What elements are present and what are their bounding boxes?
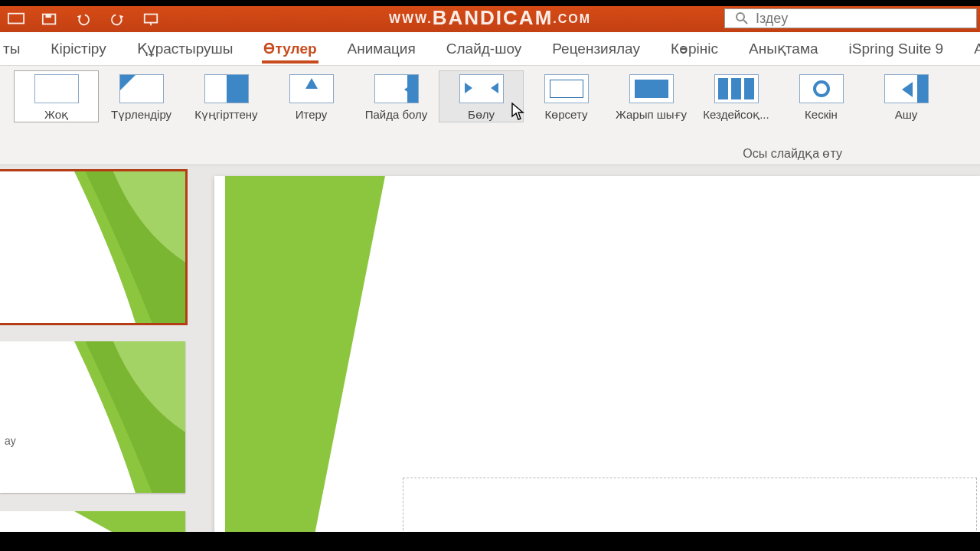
transition-uncover-icon	[884, 74, 929, 103]
mouse-cursor-icon	[511, 103, 525, 121]
start-slideshow-icon[interactable]	[142, 12, 159, 26]
gallery-group-label-text: Осы слайдқа өту	[743, 146, 842, 161]
tab-transitions[interactable]: Өтулер	[248, 40, 332, 65]
transition-shape-icon	[799, 74, 844, 103]
slide-thumb-3-partial[interactable]	[0, 511, 185, 532]
svg-point-5	[737, 13, 744, 21]
svg-rect-2	[46, 15, 51, 18]
undo-icon[interactable]	[75, 12, 92, 26]
tab-animation[interactable]: Анимация	[332, 41, 431, 65]
transition-label: Итеру	[270, 108, 353, 121]
transitions-gallery: Жоқ Түрлендіру Күңгірттену Итеру Пайда б…	[0, 66, 980, 142]
green-swoosh-icon	[74, 341, 185, 493]
transition-cut-icon	[629, 74, 674, 103]
redo-icon[interactable]	[109, 12, 126, 26]
search-box[interactable]: Іздеу	[724, 8, 977, 28]
transition-fade[interactable]: Күңгірттену	[184, 70, 269, 122]
tab-review[interactable]: Рецензиялау	[537, 41, 655, 65]
transition-label: Бөлу	[439, 108, 523, 122]
tab-home-partial[interactable]: ты	[0, 41, 35, 65]
svg-rect-0	[8, 14, 24, 24]
transition-label: Күңгірттену	[185, 108, 268, 122]
transition-label: Кескін	[779, 108, 863, 121]
transition-label: Ашу	[864, 108, 948, 121]
tab-help[interactable]: Анықтама	[733, 40, 834, 65]
tab-view[interactable]: Көрініс	[655, 40, 733, 65]
transition-split-icon	[459, 74, 504, 103]
slide-text-fragment: ay	[5, 435, 16, 447]
slide-canvas[interactable]	[214, 176, 980, 532]
slide-thumbnail-panel[interactable]: ay	[0, 165, 194, 532]
slide-green-shape	[225, 176, 394, 532]
transition-label: Көрсету	[524, 108, 608, 122]
transition-none[interactable]: Жоқ	[14, 70, 99, 122]
transition-fade-icon	[204, 74, 249, 103]
transition-cut[interactable]: Жарып шығу	[609, 70, 694, 122]
transition-label: Түрлендіру	[100, 108, 183, 122]
transition-morph-icon	[119, 74, 164, 103]
transition-label: Кездейсоқ...	[694, 108, 778, 122]
transition-label: Жарып шығу	[609, 108, 693, 122]
title-bar: WWW.BANDICAM.COM Іздеу	[0, 6, 980, 32]
transition-random[interactable]: Кездейсоқ...	[694, 70, 779, 122]
transition-label: Пайда болу	[354, 108, 438, 121]
svg-rect-3	[145, 15, 158, 23]
green-swoosh-icon	[74, 171, 185, 323]
transition-none-icon	[34, 74, 79, 103]
transition-reveal-icon	[544, 74, 589, 103]
slide-canvas-area	[194, 165, 980, 532]
tab-slideshow[interactable]: Слайд-шоу	[431, 41, 537, 65]
workspace: ay	[0, 165, 980, 532]
transition-uncover[interactable]: Ашу	[864, 70, 949, 122]
save-icon[interactable]	[41, 12, 58, 26]
powerpoint-window: WWW.BANDICAM.COM Іздеу ты Кірістіру Құра…	[0, 6, 980, 532]
transition-appear-icon	[374, 74, 419, 103]
slide-thumb-2[interactable]: ay	[0, 341, 185, 493]
svg-line-6	[743, 20, 747, 24]
transition-push-icon	[289, 74, 334, 103]
tab-insert[interactable]: Кірістіру	[35, 41, 121, 65]
transition-reveal[interactable]: Көрсету	[524, 70, 609, 122]
presentation-icon	[8, 12, 24, 26]
tab-ispring[interactable]: iSpring Suite 9	[834, 41, 959, 65]
search-placeholder: Іздеу	[756, 11, 788, 27]
tab-design[interactable]: Құрастырушы	[122, 40, 249, 65]
transition-shape[interactable]: Кескін	[779, 70, 864, 122]
gallery-group-label: Осы слайдқа өту	[0, 142, 980, 165]
transition-label: Жоқ	[15, 108, 98, 122]
quick-access-toolbar	[0, 12, 159, 26]
text-placeholder[interactable]	[403, 478, 977, 532]
green-swoosh-icon	[74, 511, 185, 532]
transition-push[interactable]: Итеру	[269, 70, 354, 122]
ribbon-tabs: ты Кірістіру Құрастырушы Өтулер Анимация…	[0, 32, 980, 66]
transition-appear[interactable]: Пайда болу	[354, 70, 439, 122]
transition-morph[interactable]: Түрлендіру	[99, 70, 184, 122]
transition-random-icon	[714, 74, 759, 103]
search-icon	[736, 12, 748, 24]
tab-acrobat-partial[interactable]: Acroba	[959, 41, 980, 65]
slide-thumb-1[interactable]	[0, 171, 185, 323]
